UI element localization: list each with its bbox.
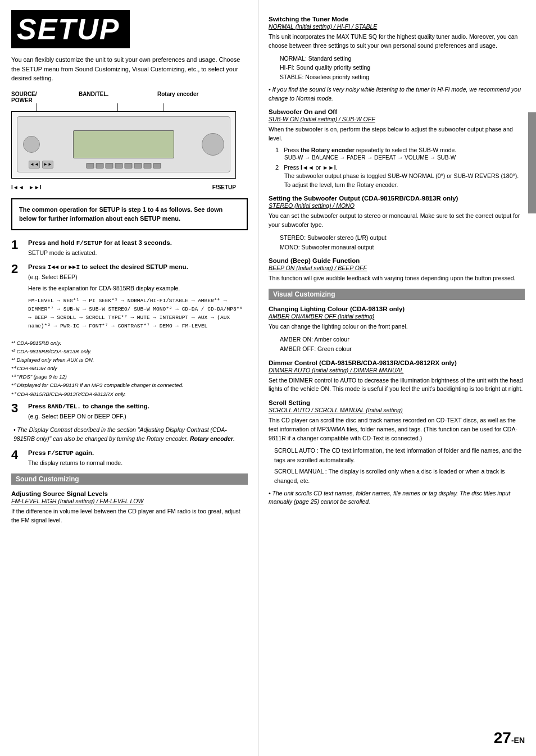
dimmer-control-title: Dimmer Control (CDA-9815RB/CDA-9813R/CDA… (269, 359, 525, 366)
label-band: BAND/TEL. (79, 91, 135, 103)
step-4: 4 Press F/SETUP again. The display retur… (11, 448, 248, 468)
footnotes: *¹ CDA-9815RB only. *² CDA-9815RB/CDA-98… (11, 339, 248, 398)
step-3-number: 3 (11, 402, 24, 415)
step-2-path: FM-LEVEL → REG*¹ → PI SEEK*⁵ → NORMAL/HI… (28, 297, 248, 331)
step-4-body: The display returns to normal mode. (28, 459, 248, 468)
footnote-5: *⁵ "RDS" (page 9 to 12) (11, 372, 248, 381)
step-2-header: Press I◄◄ or ►►I to select the desired S… (28, 262, 248, 272)
dimmer-control-body: Set the DIMMER control to AUTO to decrea… (269, 376, 525, 394)
sound-beep-subtitle: BEEP ON (Initial setting) / BEEP OFF (269, 265, 525, 271)
footnote-2: *² CDA-9815RB/CDA-9813R only. (11, 347, 248, 356)
subwoofer-output-title: Setting the Subwoofer Output (CDA-9815RB… (269, 195, 525, 202)
diagram-rotary-knob (202, 133, 224, 156)
footnote-7: *⁷ CDA-9815RB/CDA-9813R/CDA-9812RX only. (11, 390, 248, 398)
step-1-number: 1 (11, 238, 24, 252)
step-3-header: Press BAND/TEL. to change the setting. (28, 402, 248, 412)
right-tab (528, 112, 536, 213)
switching-tuner-title: Switching the Tuner Mode (269, 16, 525, 22)
sound-customizing-header: Sound Customizing (11, 473, 248, 485)
page-title: SETUP (11, 10, 130, 48)
diagram-source-btn (23, 136, 40, 153)
dimmer-control-subtitle: DIMMER AUTO (Initial setting) / DIMMER M… (269, 367, 525, 374)
diagram-bottom-buttons (87, 163, 161, 168)
scroll-setting-body: This CD player can scroll the disc and t… (269, 416, 525, 443)
step-3-note: • The Display Contrast described in the … (13, 426, 248, 444)
adjusting-title: Adjusting Source Signal Levels (11, 490, 248, 497)
label-prev: I◄◄ ►►I (11, 184, 41, 190)
diagram-arrow-buttons: ◄◄ ►► (29, 161, 53, 168)
changing-lighting-settings: AMBER ON: Amber colour AMBER OFF: Green … (280, 335, 525, 354)
footnote-1: *¹ CDA-9815RB only. (11, 339, 248, 347)
footnote-6: *⁶ Displayed for CDA-9811R if an MP3 com… (11, 381, 248, 389)
step-2: 2 Press I◄◄ or ►►I to select the desired… (11, 262, 248, 334)
switching-tuner-body: This unit incorporates the MAX TUNE SQ f… (269, 33, 525, 51)
switching-tuner-subtitle: NORMAL (Initial setting) / HI-FI / STABL… (269, 23, 525, 30)
label-fsetup: F/SETUP (212, 184, 236, 190)
changing-lighting-subtitle: AMBER ON/AMBER OFF (Initial setting) (269, 313, 525, 320)
switching-tuner-note: If you find the sound is very noisy whil… (269, 85, 525, 103)
step-2-sub: (e.g. Select BEEP) (28, 273, 248, 282)
subwoofer-output-body: You can set the subwoofer output to ster… (269, 212, 525, 230)
subwoofer-body: When the subwoofer is on, perform the st… (269, 125, 525, 143)
info-box: The common operation for SETUP is step 1… (11, 198, 248, 230)
switching-tuner-settings: NORMAL: Standard setting HI-FI: Sound qu… (280, 54, 525, 82)
scroll-setting-title: Scroll Setting (269, 399, 525, 406)
changing-lighting-body: You can change the lighting colour on th… (269, 322, 525, 331)
diagram-next-btn: ►► (42, 161, 53, 168)
info-box-text: The common operation for SETUP is step 1… (19, 205, 240, 224)
step-2-number: 2 (11, 262, 24, 276)
scroll-setting-note: The unit scrolls CD text names, folder n… (269, 489, 525, 507)
subwoofer-output-settings: STEREO: Subwoofer stereo (L/R) output MO… (280, 233, 525, 252)
right-column: Switching the Tuner Mode NORMAL (Initial… (258, 0, 536, 756)
step-4-number: 4 (11, 448, 24, 462)
step-1: 1 Press and hold F/SETUP for at least 3 … (11, 238, 248, 258)
adjusting-subtitle: FM-LEVEL HIGH (Initial setting) / FM-LEV… (11, 498, 248, 504)
subwoofer-subtitle: SUB-W ON (Initial setting) / SUB-W OFF (269, 116, 525, 122)
page: SETUP You can flexibly customize the uni… (0, 0, 536, 756)
intro-text: You can flexibly customize the unit to s… (11, 55, 248, 83)
changing-lighting-title: Changing Lighting Colour (CDA-9813R only… (269, 306, 525, 312)
subwoofer-path: SUB-W → BALANCE → FADER → DEFEAT → VOLUM… (284, 154, 525, 161)
adjusting-body: If the difference in volume level betwee… (11, 507, 248, 525)
left-column: SETUP You can flexibly customize the uni… (0, 0, 258, 756)
sound-beep-body: This function will give audible feedback… (269, 274, 525, 283)
step-2-body: Here is the explanation for CDA-9815RB d… (28, 284, 248, 293)
footnote-4: *⁴ CDA-9813R only (11, 364, 248, 372)
footnote-3: *³ Displayed only when AUX is ON. (11, 356, 248, 364)
sound-beep-title: Sound (Beep) Guide Function (269, 257, 525, 264)
visual-customizing-header: Visual Customizing (269, 289, 525, 300)
step-1-header: Press and hold F/SETUP for at least 3 se… (28, 238, 248, 248)
page-number: 27-EN (494, 729, 525, 747)
step-1-body: SETUP mode is activated. (28, 249, 248, 258)
subwoofer-step-2: 2 Press I◄◄ or ►►I. The subwoofer output… (275, 164, 525, 190)
scroll-setting-settings: SCROLL AUTO : The CD text information, t… (274, 446, 525, 485)
diagram-display (73, 130, 174, 158)
label-rotary: Rotary encoder (157, 91, 198, 103)
device-diagram: ◄◄ ►► (11, 111, 236, 179)
step-3: 3 Press BAND/TEL. to change the setting.… (11, 402, 248, 421)
subwoofer-step2-body: The subwoofer output phase is toggled SU… (284, 172, 525, 190)
diagram-prev-btn: ◄◄ (29, 161, 40, 168)
subwoofer-step-1: 1 Press the Rotary encoder repeatedly to… (275, 147, 525, 161)
scroll-setting-subtitle: SCROLL AUTO / SCROLL MANUAL (Initial set… (269, 407, 525, 413)
subwoofer-title: Subwoofer On and Off (269, 108, 525, 115)
step-3-sub: (e.g. Select BEEP ON or BEEP OFF.) (28, 412, 248, 421)
label-source: SOURCE/POWER (11, 91, 62, 103)
subwoofer-output-subtitle: STEREO (Initial setting) / MONO (269, 202, 525, 209)
step-4-header: Press F/SETUP again. (28, 448, 248, 458)
